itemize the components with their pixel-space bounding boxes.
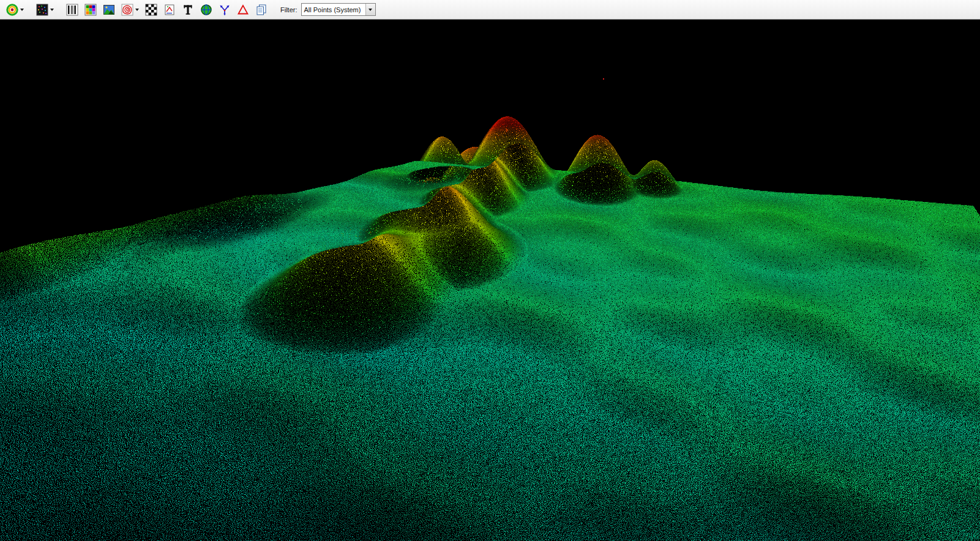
intensity-bars-icon [66,4,78,16]
copy-pages-icon [255,4,267,16]
triangle-icon [237,4,249,16]
chevron-down-icon [50,9,54,11]
checkerboard-icon [145,4,157,16]
app-window: Filter: All Points (System) [0,0,980,541]
class-palette-button[interactable] [82,2,99,18]
tin-triangle-button[interactable] [234,2,252,18]
intensity-bars-button[interactable] [64,2,81,18]
globe-button[interactable] [198,2,215,18]
color-rings-button[interactable] [4,2,26,18]
annotate-page-icon [163,4,176,16]
text-tool-icon [182,4,194,16]
globe-icon [200,4,212,16]
text-tool-button[interactable] [179,2,196,18]
axes-3d-icon [219,4,231,16]
filter-dropdown-value: All Points (System) [302,6,365,13]
pointcloud-canvas[interactable] [0,20,980,541]
class-palette-icon [84,4,97,16]
viewport[interactable] [0,20,980,541]
image-overlay-icon [103,4,115,16]
chevron-down-icon [135,9,139,11]
filter-dropdown[interactable]: All Points (System) [301,3,376,16]
color-rings-icon [6,4,18,16]
axes-button[interactable] [216,2,233,18]
contours-button[interactable] [119,2,141,18]
annotate-button[interactable] [161,2,178,18]
copy-button[interactable] [253,2,270,18]
image-overlay-button[interactable] [100,2,118,18]
chevron-down-icon [20,9,24,11]
contours-icon [121,4,133,16]
checkerboard-button[interactable] [143,2,160,18]
chevron-down-icon[interactable] [365,4,375,15]
scatter-plot-icon [36,4,48,16]
point-scatter-button[interactable] [34,2,56,18]
toolbar: Filter: All Points (System) [0,0,980,20]
filter-label: Filter: [280,6,297,13]
